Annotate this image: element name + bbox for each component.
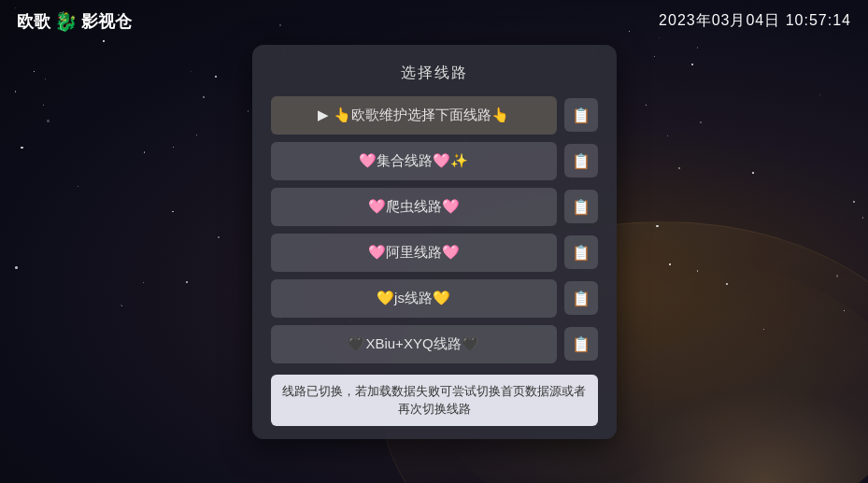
route-item-maintenance: ▶ 👆欧歌维护选择下面线路👆 📋 xyxy=(271,96,598,135)
copy-button-ali[interactable]: 📋 xyxy=(564,235,598,269)
clipboard-icon: 📋 xyxy=(572,290,591,307)
copy-button-heji[interactable]: 📋 xyxy=(564,144,598,178)
route-item-xbiu: 🖤XBiu+XYQ线路🖤 📋 xyxy=(271,325,598,363)
route-item-heji: 🩷集合线路🩷✨ 📋 xyxy=(271,142,598,180)
status-bar: 线路已切换，若加载数据失败可尝试切换首页数据源或者再次切换线路 xyxy=(271,375,598,426)
clipboard-icon: 📋 xyxy=(572,244,591,262)
clipboard-icon: 📋 xyxy=(572,152,591,170)
clipboard-icon: 📋 xyxy=(572,198,591,216)
route-button-maintenance[interactable]: ▶ 👆欧歌维护选择下面线路👆 xyxy=(271,96,557,135)
clipboard-icon: 📋 xyxy=(572,335,591,353)
copy-button-maintenance[interactable]: 📋 xyxy=(564,98,598,132)
route-button-xbiu[interactable]: 🖤XBiu+XYQ线路🖤 xyxy=(271,325,557,363)
modal-overlay: 选择线路 ▶ 👆欧歌维护选择下面线路👆 📋 🩷集合线路🩷✨ 📋 xyxy=(0,0,868,483)
route-item-pachong: 🩷爬虫线路🩷 📋 xyxy=(271,188,598,226)
route-item-js: 💛js线路💛 📋 xyxy=(271,279,598,318)
route-button-pachong[interactable]: 🩷爬虫线路🩷 xyxy=(271,188,557,226)
copy-button-js[interactable]: 📋 xyxy=(564,281,598,315)
route-button-ali[interactable]: 🩷阿里线路🩷 xyxy=(271,234,557,272)
copy-button-pachong[interactable]: 📋 xyxy=(564,190,598,223)
modal-title: 选择线路 xyxy=(271,64,598,83)
route-list: ▶ 👆欧歌维护选择下面线路👆 📋 🩷集合线路🩷✨ 📋 🩷爬虫线路🩷 xyxy=(271,96,598,363)
copy-button-xbiu[interactable]: 📋 xyxy=(564,327,598,361)
route-button-js[interactable]: 💛js线路💛 xyxy=(271,279,557,318)
status-text: 线路已切换，若加载数据失败可尝试切换首页数据源或者再次切换线路 xyxy=(282,384,586,417)
route-selection-modal: 选择线路 ▶ 👆欧歌维护选择下面线路👆 📋 🩷集合线路🩷✨ 📋 xyxy=(252,45,617,439)
route-button-heji[interactable]: 🩷集合线路🩷✨ xyxy=(271,142,557,180)
route-item-ali: 🩷阿里线路🩷 📋 xyxy=(271,234,598,272)
clipboard-icon: 📋 xyxy=(572,107,591,124)
